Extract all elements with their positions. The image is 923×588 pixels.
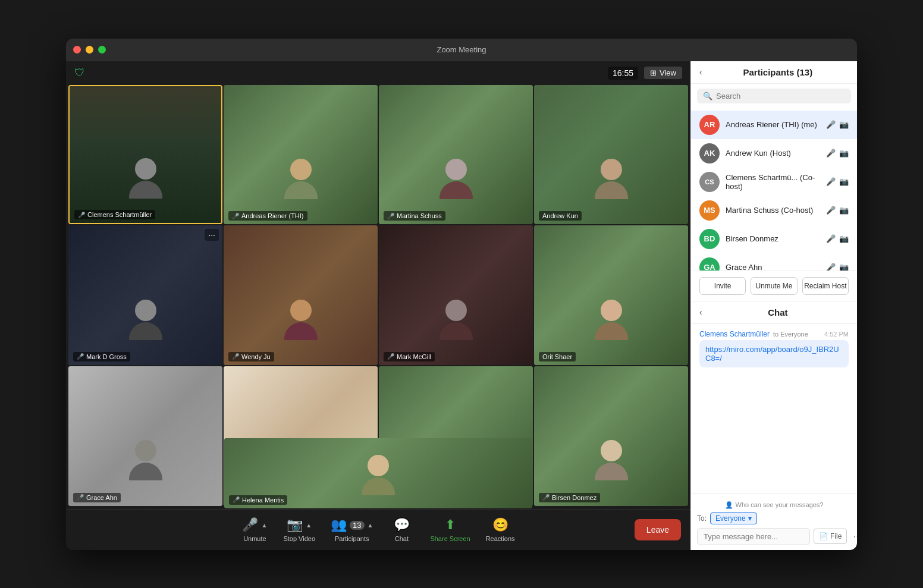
participants-search-box[interactable]: 🔍 (697, 89, 851, 103)
participant-name-ga: Grace Ahn (726, 263, 820, 271)
panel-chevron-icon[interactable]: ‹ (699, 67, 702, 77)
participant-item-ar[interactable]: AR Andreas Riener (THI) (me) 🎤 📷 (691, 111, 857, 139)
participants-button[interactable]: 👥 13 ▲ Participants (326, 514, 378, 546)
reactions-icon: 😊 (492, 517, 508, 533)
share-screen-button[interactable]: ⬆ Share Screen (425, 514, 475, 546)
name-label-mark-g: 🎤 Mark D Gross (73, 352, 130, 361)
top-bar-right: 16:55 ⊞ View (608, 67, 682, 80)
chat-button[interactable]: 💬 Chat (384, 514, 419, 546)
minimize-button[interactable] (86, 46, 93, 54)
participant-name-cs: Clemens Schartmü... (Co-host) (726, 173, 820, 191)
chat-input-area: 📄 File ··· (697, 528, 851, 545)
video-cell-mark-m[interactable]: 🎤 Mark McGill (379, 225, 533, 365)
unmute-icon: 🎤 ▲ (242, 517, 267, 533)
participant-item-ga[interactable]: GA Grace Ahn 🎤 📷 (691, 253, 857, 271)
avatar-bd: BD (699, 229, 720, 249)
video-cell-clemens[interactable]: 🎤 Clemens Schartmüller (68, 85, 222, 225)
to-label: To: (697, 514, 707, 523)
video-cell-martina[interactable]: 🎤 Martina Schuss (379, 85, 533, 225)
participant-item-cs[interactable]: CS Clemens Schartmü... (Co-host) 🎤 📷 (691, 168, 857, 196)
name-label-andrew: Andrew Kun (539, 211, 582, 221)
participant-item-ak[interactable]: AK Andrew Kun (Host) 🎤 📷 (691, 139, 857, 168)
muted-icon-bd: 🎤 (826, 234, 836, 243)
participant-name-ak: Andrew Kun (Host) (726, 149, 820, 158)
video-cell-andrew[interactable]: Andrew Kun (534, 85, 688, 225)
reactions-button[interactable]: 😊 Reactions (481, 514, 520, 546)
name-label-birsen: 🎤 Birsen Donmez (539, 493, 600, 502)
time-display: 16:55 (608, 67, 638, 80)
name-label-helena: 🎤 Helena Mentis (229, 495, 287, 505)
video-cell-mark-g[interactable]: ··· 🎤 Mark D Gross (68, 225, 222, 365)
video-cell-helena[interactable]: 🎤 Helena Mentis (224, 438, 532, 508)
name-label-wendy: 🎤 Wendy Ju (228, 352, 274, 361)
participant-icons-ms: 🎤 📷 (826, 206, 849, 215)
chat-footer: 👤 Who can see your messages? To: Everyon… (691, 493, 857, 550)
invite-button[interactable]: Invite (699, 277, 746, 295)
traffic-lights (73, 46, 106, 54)
unmute-me-button[interactable]: Unmute Me (751, 277, 797, 295)
video-icon-ga: 📷 (839, 263, 849, 271)
participant-icons-ak: 🎤 📷 (826, 149, 849, 158)
shield-icon: 🛡 (74, 67, 85, 79)
stop-video-button[interactable]: 📷 ▲ Stop Video (278, 514, 320, 546)
maximize-button[interactable] (98, 46, 106, 54)
close-button[interactable] (73, 46, 81, 54)
video-icon-bd: 📷 (839, 234, 849, 243)
chat-chevron-icon[interactable]: ‹ (699, 307, 702, 317)
title-bar: Zoom Meeting (66, 39, 857, 61)
chat-messages: Clemens Schartmüller to Everyone 4:52 PM… (691, 324, 857, 493)
chat-sender-line: Clemens Schartmüller to Everyone 4:52 PM (699, 330, 849, 338)
participant-item-ms[interactable]: MS Martina Schuss (Co-host) 🎤 📷 (691, 196, 857, 225)
leave-button[interactable]: Leave (635, 519, 681, 540)
chat-link[interactable]: https://miro.com/app/board/o9J_IBR2UC8=/ (705, 345, 839, 363)
participant-item-bd[interactable]: BD Birsen Donmez 🎤 📷 (691, 225, 857, 253)
camera-icon: 📷 ▲ (287, 517, 312, 533)
chat-to-line: To: Everyone ▾ (697, 512, 851, 524)
video-cell-wendy[interactable]: 🎤 Wendy Ju (224, 225, 378, 365)
more-button-mark-g[interactable]: ··· (205, 229, 219, 241)
view-button[interactable]: ⊞ View (644, 67, 682, 79)
avatar-ar: AR (699, 115, 720, 135)
grid-icon: ⊞ (650, 68, 657, 77)
right-panel: ‹ Participants (13) 🔍 AR Andreas Riener … (690, 61, 857, 550)
video-icon-ak: 📷 (839, 149, 849, 158)
file-icon: 📄 (819, 532, 828, 540)
participant-name-bd: Birsen Donmez (726, 234, 820, 243)
name-label-orit: Orit Shaer (539, 352, 576, 361)
name-label-grace: 🎤 Grace Ahn (73, 493, 121, 502)
dropdown-arrow-icon: ▾ (748, 514, 752, 523)
participant-icons-bd: 🎤 📷 (826, 234, 849, 243)
participant-name-ms: Martina Schuss (Co-host) (726, 206, 820, 215)
video-cell-birsen[interactable]: 🎤 Birsen Donmez (534, 366, 688, 506)
video-cell-grace[interactable]: 🎤 Grace Ahn (68, 366, 222, 506)
chat-bubble: https://miro.com/app/board/o9J_IBR2UC8=/ (699, 340, 849, 367)
top-bar: 🛡 16:55 ⊞ View (66, 61, 690, 85)
video-icon-ms: 📷 (839, 206, 849, 215)
chat-time: 4:52 PM (824, 331, 849, 338)
video-section: 🛡 16:55 ⊞ View (66, 61, 690, 550)
video-cell-orit[interactable]: Orit Shaer (534, 225, 688, 365)
search-icon: 🔍 (703, 92, 712, 100)
name-label-martina: 🎤 Martina Schuss (384, 211, 445, 221)
clemens-video (70, 86, 221, 224)
participant-list: AR Andreas Riener (THI) (me) 🎤 📷 AK Andr… (691, 108, 857, 271)
muted-icon-ak: 🎤 (826, 149, 836, 158)
chat-input[interactable] (697, 528, 810, 545)
avatar-cs: CS (699, 172, 720, 192)
video-cell-andreas[interactable]: 🎤 Andreas Riener (THI) (224, 85, 378, 225)
zoom-window: Zoom Meeting 🛡 16:55 ⊞ View (66, 39, 857, 550)
chat-more-button[interactable]: ··· (850, 529, 857, 544)
unmute-button[interactable]: 🎤 ▲ Unmute (237, 514, 272, 546)
participant-icons-cs: 🎤 📷 (826, 177, 849, 186)
muted-icon-ar: 🎤 (826, 120, 836, 129)
main-area: 🛡 16:55 ⊞ View (66, 61, 857, 550)
muted-icon-ms: 🎤 (826, 206, 836, 215)
participant-icons-ga: 🎤 📷 (826, 263, 849, 271)
search-input[interactable] (716, 92, 845, 100)
share-screen-icon: ⬆ (445, 517, 456, 533)
chat-recipient-dropdown[interactable]: Everyone ▾ (710, 512, 757, 524)
bottom-toolbar: 🎤 ▲ Unmute 📷 ▲ Stop Video 👥 13 (66, 510, 690, 550)
avatar-ak: AK (699, 143, 720, 163)
reclaim-host-button[interactable]: Reclaim Host (802, 277, 849, 295)
file-button[interactable]: 📄 File (814, 529, 847, 544)
